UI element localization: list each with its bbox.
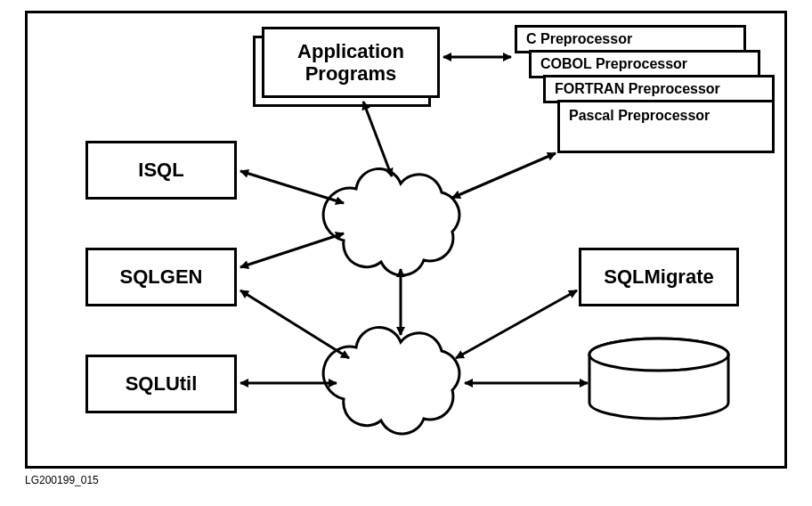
- node-app-programs: Application Programs: [262, 27, 440, 98]
- node-storage-manager-label: Storage Manager (DBCore): [329, 349, 472, 417]
- node-sqlutil: SQLUtil: [85, 355, 237, 413]
- node-database-label: Database: [588, 372, 730, 396]
- node-isql: ISQL: [85, 141, 237, 200]
- diagram-caption: LG200199_015: [25, 474, 99, 486]
- node-sqlmigrate: SQLMigrate: [579, 248, 739, 306]
- node-preproc-pascal: Pascal Preprocessor: [557, 100, 775, 153]
- node-sqlgen: SQLGEN: [85, 248, 237, 306]
- node-query-processor-label: Query Processor: [329, 196, 472, 241]
- diagram-stage: Application Programs C Preprocessor COBO…: [0, 0, 812, 506]
